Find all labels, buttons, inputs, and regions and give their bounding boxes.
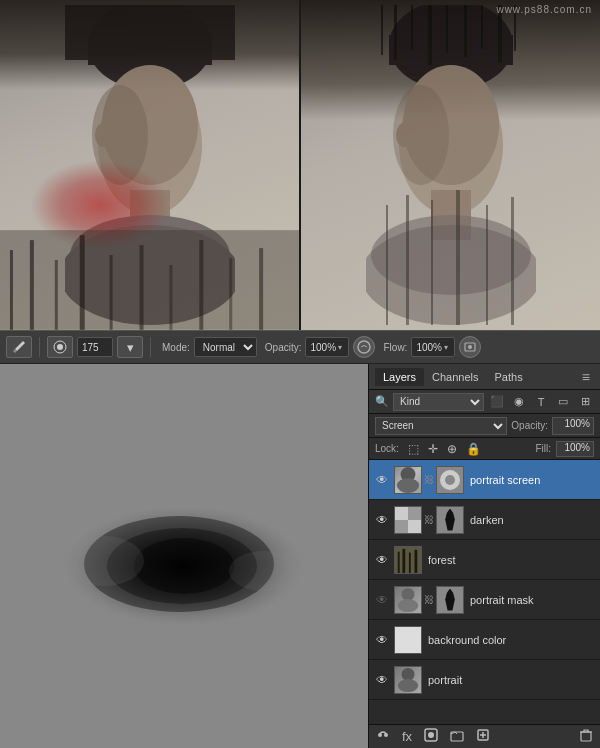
layers-panel-menu-btn[interactable]: ≡ <box>578 369 594 385</box>
lock-pixels-btn[interactable]: ⬚ <box>406 441 421 457</box>
delete-layer-btn[interactable] <box>576 728 596 745</box>
tab-layers[interactable]: Layers <box>375 368 424 386</box>
brush-size-arrow[interactable]: ▾ <box>117 336 143 358</box>
brush-stroke-preview <box>44 476 324 636</box>
right-portrait-svg <box>366 5 536 325</box>
toolbar-separator-2 <box>150 337 151 357</box>
filter-shape-icon[interactable]: ▭ <box>554 393 572 411</box>
layer-mask-portrait-mask <box>436 586 464 614</box>
tab-channels[interactable]: Channels <box>424 368 486 386</box>
opacity-label: Opacity: <box>265 342 302 353</box>
right-image-panel: www.ps88.com.cn <box>299 0 600 330</box>
svg-point-76 <box>428 732 434 738</box>
opacity-row-label: Opacity: <box>511 420 548 431</box>
svg-rect-22 <box>389 35 513 65</box>
filter-adjust-icon[interactable]: ◉ <box>510 393 528 411</box>
layer-name-background-color: backround color <box>425 634 596 646</box>
toolbar-separator-1 <box>39 337 40 357</box>
lock-position-btn[interactable]: ✛ <box>426 441 440 457</box>
tablet-pressure-btn[interactable] <box>459 336 481 358</box>
layer-visibility-portrait[interactable]: 👁 <box>373 671 391 689</box>
opacity-field[interactable]: 100% <box>552 417 594 435</box>
new-group-btn[interactable] <box>447 728 467 745</box>
fill-value[interactable]: 100% <box>556 441 594 457</box>
left-tree-bottom <box>0 230 299 330</box>
add-mask-btn[interactable] <box>421 728 441 745</box>
svg-point-57 <box>397 478 419 493</box>
blend-mode-select[interactable]: Screen <box>375 417 507 435</box>
link-layers-btn[interactable] <box>373 728 393 745</box>
svg-rect-9 <box>65 5 235 60</box>
layer-row-forest[interactable]: 👁 forest <box>369 540 600 580</box>
layer-visibility-darken[interactable]: 👁 <box>373 511 391 529</box>
lock-artboard-btn[interactable]: ⊕ <box>445 441 459 457</box>
layer-visibility-background-color[interactable]: 👁 <box>373 631 391 649</box>
layer-visibility-portrait-mask[interactable]: 👁 <box>373 591 391 609</box>
layer-row-portrait-mask[interactable]: 👁 ⛓ portrait mask <box>369 580 600 620</box>
layer-row-background-color[interactable]: 👁 backround color <box>369 620 600 660</box>
svg-point-59 <box>445 475 455 485</box>
filter-type-icon[interactable]: T <box>532 393 550 411</box>
svg-point-73 <box>378 733 382 737</box>
layer-thumb-main-forest <box>394 546 422 574</box>
svg-rect-44 <box>511 197 514 325</box>
toolbar: 175 ▾ Mode: Normal Opacity: 100%▾ Flow: … <box>0 330 600 364</box>
mode-select[interactable]: Normal <box>194 337 257 357</box>
layer-thumbs-forest <box>394 546 422 574</box>
svg-rect-13 <box>55 260 58 330</box>
layers-panel: Layers Channels Paths ≡ 🔍 Kind ⬛ ◉ T ▭ ⊞… <box>368 364 600 748</box>
fill-label: Fill: <box>535 443 551 454</box>
layers-list: 👁 ⛓ portrait screen 👁 <box>369 460 600 724</box>
image-area: www.ps88.com.cn <box>0 0 600 330</box>
filter-kind-select[interactable]: Kind <box>393 393 484 411</box>
svg-rect-40 <box>406 195 409 325</box>
layer-row-darken[interactable]: 👁 ⛓ darken <box>369 500 600 540</box>
svg-rect-67 <box>409 552 411 572</box>
brush-size-input[interactable]: 175 <box>77 337 113 357</box>
layers-lock-row: Lock: ⬚ ✛ ⊕ 🔒 Fill: 100% <box>369 438 600 460</box>
layer-thumbs-portrait-screen: ⛓ <box>394 466 464 494</box>
filter-pixel-icon[interactable]: ⬛ <box>488 393 506 411</box>
svg-point-55 <box>229 551 299 591</box>
filter-search-icon: 🔍 <box>375 395 389 408</box>
svg-rect-24 <box>394 5 397 60</box>
flow-label: Flow: <box>383 342 407 353</box>
layer-row-portrait[interactable]: 👁 portrait <box>369 660 600 700</box>
svg-point-54 <box>64 536 144 586</box>
opacity-value[interactable]: 100%▾ <box>305 337 349 357</box>
layer-thumb-main-portrait <box>394 666 422 694</box>
airbrush-btn[interactable] <box>353 336 375 358</box>
brush-size-preview-btn[interactable] <box>47 336 73 358</box>
svg-point-49 <box>468 345 472 349</box>
layers-tabs-row: Layers Channels Paths ≡ <box>369 364 600 390</box>
layer-chain-portrait-screen: ⛓ <box>424 474 434 485</box>
svg-rect-29 <box>481 5 483 49</box>
brush-tool-btn[interactable] <box>6 336 32 358</box>
filter-smart-icon[interactable]: ⊞ <box>576 393 594 411</box>
watermark: www.ps88.com.cn <box>496 4 592 15</box>
layer-thumb-main-darken <box>394 506 422 534</box>
flow-value[interactable]: 100%▾ <box>411 337 455 357</box>
svg-rect-79 <box>581 732 591 741</box>
svg-rect-60 <box>395 507 408 520</box>
svg-rect-63 <box>408 520 421 533</box>
layer-name-forest: forest <box>425 554 596 566</box>
layer-name-portrait-mask: portrait mask <box>467 594 596 606</box>
layer-row-portrait-screen[interactable]: 👁 ⛓ portrait screen <box>369 460 600 500</box>
svg-rect-39 <box>386 205 388 325</box>
layer-visibility-forest[interactable]: 👁 <box>373 551 391 569</box>
svg-point-35 <box>393 85 449 185</box>
new-layer-btn[interactable] <box>473 728 493 745</box>
layer-thumbs-darken: ⛓ <box>394 506 464 534</box>
canvas-area[interactable] <box>0 364 368 748</box>
svg-rect-25 <box>411 5 413 50</box>
layer-visibility-portrait-screen[interactable]: 👁 <box>373 471 391 489</box>
layer-mask-portrait-screen <box>436 466 464 494</box>
svg-rect-14 <box>80 235 85 330</box>
tab-paths[interactable]: Paths <box>487 368 531 386</box>
svg-point-38 <box>366 225 536 325</box>
svg-rect-16 <box>140 245 144 330</box>
lock-all-btn[interactable]: 🔒 <box>464 441 483 457</box>
layer-thumbs-background-color <box>394 626 422 654</box>
layer-effects-btn[interactable]: fx <box>399 729 415 744</box>
